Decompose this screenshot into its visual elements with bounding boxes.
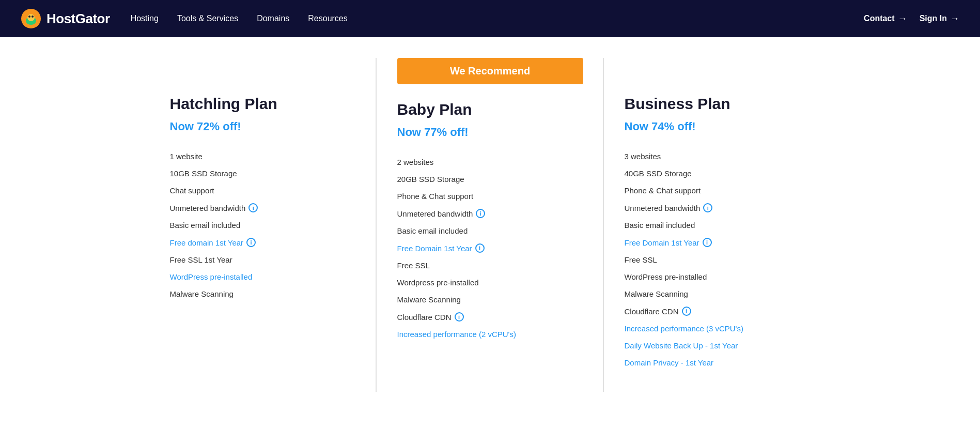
list-item: Free Domain 1st Year i [397, 239, 583, 257]
list-item: Free SSL 1st Year [170, 251, 356, 268]
list-item: 10GB SSD Storage [170, 165, 356, 182]
list-item: Free SSL [625, 251, 811, 268]
nav-links: Hosting Tools & Services Domains Resourc… [131, 14, 864, 23]
contact-link[interactable]: Contact → [864, 13, 907, 24]
list-item: Increased performance (3 vCPU's) [625, 320, 811, 337]
baby-plan-column: We Recommend Baby Plan Now 77% off! 2 we… [377, 58, 604, 392]
baby-plan-discount: Now 77% off! [397, 126, 583, 139]
list-item: Malware Scanning [625, 285, 811, 302]
list-item: Basic email included [397, 222, 583, 239]
list-item: Malware Scanning [170, 285, 356, 302]
list-item: Daily Website Back Up - 1st Year [625, 337, 811, 354]
hatchling-plan-name: Hatchling Plan [170, 95, 356, 113]
nav-resources[interactable]: Resources [308, 14, 347, 23]
list-item: Unmetered bandwidth i [170, 199, 356, 217]
info-icon[interactable]: i [682, 307, 691, 316]
list-item: Basic email included [170, 217, 356, 234]
list-item: Free domain 1st Year i [170, 234, 356, 251]
logo[interactable]: HostGator [21, 8, 110, 29]
list-item: 2 websites [397, 154, 583, 171]
info-icon[interactable]: i [246, 238, 256, 247]
pricing-section: Hatchling Plan Now 72% off! 1 website 10… [0, 37, 980, 423]
info-icon[interactable]: i [703, 203, 712, 212]
business-plan-column: Business Plan Now 74% off! 3 websites 40… [604, 58, 831, 392]
svg-point-3 [28, 16, 30, 18]
list-item: Phone & Chat support [397, 188, 583, 205]
list-item: 20GB SSD Storage [397, 171, 583, 188]
list-item: Unmetered bandwidth i [397, 205, 583, 222]
logo-icon [21, 8, 41, 29]
svg-point-2 [27, 14, 35, 21]
nav-domains[interactable]: Domains [257, 14, 289, 23]
list-item: Basic email included [625, 217, 811, 234]
svg-point-4 [32, 16, 34, 18]
info-icon[interactable]: i [703, 238, 712, 247]
list-item: Increased performance (2 vCPU's) [397, 326, 583, 343]
list-item: Free SSL [397, 257, 583, 274]
business-plan-discount: Now 74% off! [625, 120, 811, 133]
hatchling-plan-discount: Now 72% off! [170, 120, 356, 133]
info-icon[interactable]: i [475, 243, 485, 253]
info-icon[interactable]: i [455, 312, 464, 322]
list-item: 40GB SSD Storage [625, 165, 811, 182]
list-item: Chat support [170, 182, 356, 199]
list-item: WordPress pre-installed [170, 268, 356, 285]
signin-arrow-icon: → [950, 13, 959, 24]
list-item: 3 websites [625, 148, 811, 165]
recommend-banner: We Recommend [397, 58, 583, 84]
list-item: 1 website [170, 148, 356, 165]
info-icon[interactable]: i [248, 203, 258, 212]
nav-hosting[interactable]: Hosting [131, 14, 159, 23]
list-item: Cloudflare CDN i [397, 308, 583, 326]
contact-arrow-icon: → [898, 13, 907, 24]
list-item: Phone & Chat support [625, 182, 811, 199]
hatchling-plan-column: Hatchling Plan Now 72% off! 1 website 10… [149, 58, 377, 392]
business-plan-name: Business Plan [625, 95, 811, 113]
info-icon[interactable]: i [476, 209, 485, 218]
nav-tools-services[interactable]: Tools & Services [177, 14, 238, 23]
list-item: Unmetered bandwidth i [625, 199, 811, 217]
nav-right: Contact → Sign In → [864, 13, 959, 24]
business-feature-list: 3 websites 40GB SSD Storage Phone & Chat… [625, 148, 811, 371]
list-item: Malware Scanning [397, 291, 583, 308]
logo-text: HostGator [46, 11, 110, 27]
list-item: WordPress pre-installed [625, 268, 811, 285]
plans-container: Hatchling Plan Now 72% off! 1 website 10… [129, 58, 852, 392]
baby-feature-list: 2 websites 20GB SSD Storage Phone & Chat… [397, 154, 583, 343]
hatchling-feature-list: 1 website 10GB SSD Storage Chat support … [170, 148, 356, 302]
baby-plan-name: Baby Plan [397, 101, 583, 118]
list-item: Free Domain 1st Year i [625, 234, 811, 251]
list-item: Wordpress pre-installed [397, 274, 583, 291]
list-item: Cloudflare CDN i [625, 302, 811, 320]
signin-link[interactable]: Sign In → [920, 13, 959, 24]
list-item: Domain Privacy - 1st Year [625, 354, 811, 371]
